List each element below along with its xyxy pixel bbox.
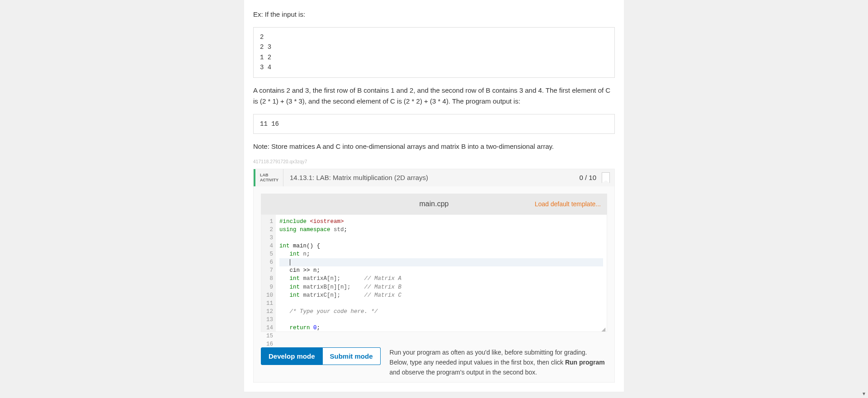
line-number: 1 — [261, 218, 273, 226]
line-number: 2 — [261, 226, 273, 234]
code-line — [279, 316, 603, 324]
line-number: 6 — [261, 258, 273, 266]
code-line — [279, 234, 603, 242]
line-number: 9 — [261, 283, 273, 291]
lab-title: 14.13.1: LAB: Matrix multiplication (2D … — [283, 169, 576, 186]
code-line: return 0; — [279, 324, 603, 331]
mode-help-bold: Run program — [565, 359, 605, 366]
line-number: 16 — [261, 340, 273, 348]
lab-activity-badge: LAB ACTIVITY — [255, 169, 283, 186]
code-line: #include <iostream> — [279, 218, 603, 226]
example-input-block: 2 2 3 1 2 3 4 — [253, 27, 615, 78]
line-number: 10 — [261, 291, 273, 299]
code-line: using namespace std; — [279, 226, 603, 234]
code-line: int matrixC[n]; // Matrix C — [279, 291, 603, 299]
editor-tabbar: main.cpp Load default template... — [261, 194, 607, 214]
develop-mode-button[interactable]: Develop mode — [261, 347, 323, 365]
example-intro-text: Ex: If the input is: — [253, 9, 615, 20]
code-line: int n; — [279, 250, 603, 258]
lab-badge-line1: LAB — [260, 173, 278, 178]
scroll-down-icon[interactable]: ▼ — [862, 391, 866, 392]
bookmark-button[interactable] — [600, 169, 614, 186]
line-number: 5 — [261, 250, 273, 258]
mode-help-pre: Run your program as often as you'd like,… — [390, 349, 587, 366]
explanation-text: A contains 2 and 3, the first row of B c… — [253, 85, 615, 107]
line-number: 11 — [261, 299, 273, 308]
example-output-block: 11 16 — [253, 114, 615, 134]
tracking-id: 417118.2791720.qx3zqy7 — [253, 159, 615, 164]
line-number: 7 — [261, 266, 273, 275]
line-number: 15 — [261, 332, 273, 340]
bookmark-icon — [602, 172, 610, 183]
code-line: int matrixA[n]; // Matrix A — [279, 275, 603, 283]
line-number-gutter: 1 2 3 4 5 6 7 8 9 10 11 12 13 14 15 16 — [261, 215, 276, 332]
code-line: /* Type your code here. */ — [279, 308, 603, 316]
lab-header: LAB ACTIVITY 14.13.1: LAB: Matrix multip… — [254, 169, 614, 186]
lab-score: 0 / 10 — [576, 169, 600, 186]
load-default-template-link[interactable]: Load default template... — [535, 200, 607, 208]
lab-badge-line2: ACTIVITY — [260, 178, 278, 183]
code-line: int main() { — [279, 242, 603, 250]
line-number: 3 — [261, 234, 273, 242]
code-line — [279, 299, 603, 308]
note-text: Note: Store matrices A and C into one-di… — [253, 141, 615, 152]
code-text-area[interactable]: #include <iostream> using namespace std;… — [276, 215, 607, 332]
line-number: 12 — [261, 308, 273, 316]
mode-help-post: and observe the program's output in the … — [390, 369, 537, 376]
code-line: int matrixB[n][n]; // Matrix B — [279, 283, 603, 291]
content-container: Ex: If the input is: 2 2 3 1 2 3 4 A con… — [244, 0, 624, 392]
line-number: 14 — [261, 324, 273, 332]
code-line-active — [279, 258, 603, 266]
mode-help-text: Run your program as often as you'd like,… — [390, 347, 607, 378]
line-number: 13 — [261, 316, 273, 324]
line-number: 4 — [261, 242, 273, 250]
line-number: 8 — [261, 275, 273, 283]
file-tab[interactable]: main.cpp — [420, 200, 449, 208]
lab-panel: LAB ACTIVITY 14.13.1: LAB: Matrix multip… — [253, 169, 615, 383]
submit-mode-button[interactable]: Submit mode — [323, 347, 381, 365]
mode-button-group: Develop mode Submit mode — [261, 347, 381, 365]
code-line: cin >> n; — [279, 266, 603, 275]
text-cursor-icon — [290, 259, 290, 265]
code-editor[interactable]: 1 2 3 4 5 6 7 8 9 10 11 12 13 14 15 16 — [261, 214, 607, 332]
editor-wrap: main.cpp Load default template... 1 2 3 … — [254, 186, 614, 339]
mode-row: Develop mode Submit mode Run your progra… — [254, 339, 614, 382]
